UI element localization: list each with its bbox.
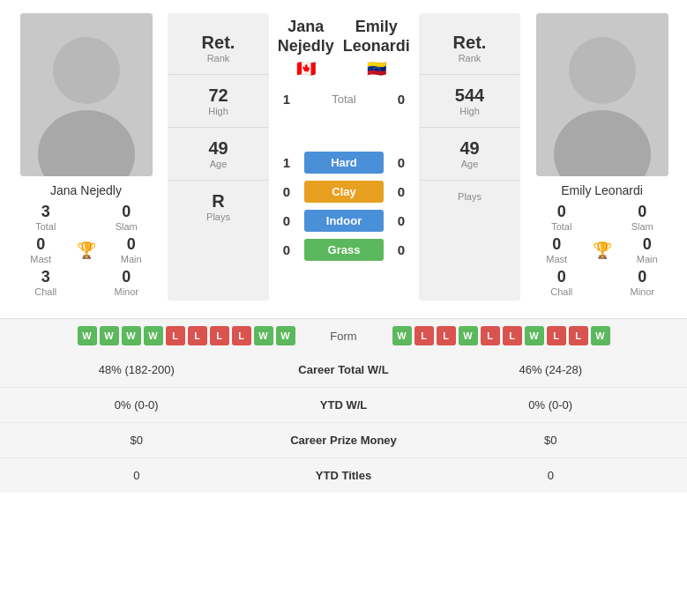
right-avatar bbox=[536, 13, 668, 176]
right-chall-minor-row: 0 Chall 0 Minor bbox=[525, 268, 679, 297]
left-trophy-icon: 🏆 bbox=[77, 241, 96, 260]
ytd-titles-row: 0 YTD Titles 0 bbox=[0, 457, 687, 493]
svg-point-2 bbox=[53, 37, 120, 104]
total-row: 1 Total 0 bbox=[273, 92, 414, 107]
left-form-badges: W W W W L L L L W W bbox=[9, 326, 295, 345]
left-form-1: W bbox=[78, 326, 97, 345]
left-form-7: L bbox=[210, 326, 229, 345]
svg-point-5 bbox=[569, 37, 636, 104]
center-section: Jana Nejedly 🇨🇦 Emily Leonardi 🇻🇪 1 Tota… bbox=[273, 13, 414, 301]
left-form-9: W bbox=[254, 326, 273, 345]
main-container: Jana Nejedly 3 Total 0 Slam 0 bbox=[0, 0, 687, 493]
left-rank-row: Ret. Rank bbox=[168, 22, 269, 75]
left-form-6: L bbox=[188, 326, 207, 345]
right-form-2: L bbox=[414, 326, 434, 345]
right-form-5: L bbox=[481, 326, 500, 345]
right-form-6: L bbox=[503, 326, 522, 345]
right-rank-row: Ret. Rank bbox=[419, 22, 520, 75]
right-form-4: W bbox=[459, 326, 478, 345]
right-form-badges: W L L W L L W L L W bbox=[392, 326, 679, 345]
left-stat-panel: Ret. Rank 72 High 49 Age R Plays bbox=[168, 13, 269, 301]
player-right: Emily Leonardi 0 Total 0 Slam 0 bbox=[525, 13, 679, 301]
right-form-1: W bbox=[392, 326, 412, 345]
right-player-name: Emily Leonardi bbox=[561, 183, 643, 197]
left-form-10: W bbox=[276, 326, 295, 345]
right-mast-main-row: 0 Mast 🏆 0 Main bbox=[525, 235, 679, 264]
player-left: Jana Nejedly 3 Total 0 Slam 0 bbox=[9, 13, 163, 301]
court-section: 1 Hard 0 0 Clay 0 0 Indoor 0 0 Grass bbox=[273, 111, 414, 301]
left-age-row: 49 Age bbox=[168, 128, 269, 181]
right-form-10: W bbox=[591, 326, 610, 345]
right-age-row: 49 Age bbox=[419, 128, 520, 181]
left-total-slam-row: 3 Total 0 Slam bbox=[9, 203, 163, 232]
right-trophy-icon: 🏆 bbox=[593, 241, 612, 260]
left-avatar bbox=[20, 13, 153, 176]
ytd-wl-row: 0% (0-0) YTD W/L 0% (0-0) bbox=[0, 387, 687, 422]
clay-row: 0 Clay 0 bbox=[278, 181, 410, 203]
left-form-3: W bbox=[122, 326, 141, 345]
left-player-name: Jana Nejedly bbox=[50, 183, 122, 197]
left-player-header: Jana Nejedly 🇨🇦 bbox=[273, 18, 339, 78]
form-label: Form bbox=[300, 330, 388, 343]
left-stat-interactable: 3 Total bbox=[9, 203, 83, 232]
left-form-5: L bbox=[166, 326, 185, 345]
comparison-section: Jana Nejedly 3 Total 0 Slam 0 bbox=[0, 0, 687, 314]
left-player-full-stats: 3 Total 0 Slam 0 Mast 🏆 bbox=[9, 203, 163, 301]
right-stat-panel: Ret. Rank 544 High 49 Age Plays bbox=[419, 13, 520, 301]
left-chall-minor-row: 3 Chall 0 Minor bbox=[9, 268, 163, 297]
prize-money-row: $0 Career Prize Money $0 bbox=[0, 422, 687, 457]
right-player-header: Emily Leonardi 🇻🇪 bbox=[339, 18, 414, 78]
left-high-row: 72 High bbox=[168, 75, 269, 128]
indoor-row: 0 Indoor 0 bbox=[278, 210, 410, 232]
right-form-3: L bbox=[437, 326, 456, 345]
left-form-2: W bbox=[100, 326, 119, 345]
left-plays-row: R Plays bbox=[168, 181, 269, 233]
left-form-4: W bbox=[144, 326, 163, 345]
stats-section: 48% (182-200) Career Total W/L 46% (24-2… bbox=[0, 353, 687, 493]
grass-row: 0 Grass 0 bbox=[278, 239, 410, 261]
left-form-8: L bbox=[232, 326, 251, 345]
hard-row: 1 Hard 0 bbox=[278, 152, 410, 174]
right-form-7: W bbox=[525, 326, 544, 345]
right-form-8: L bbox=[547, 326, 566, 345]
right-player-full-stats: 0 Total 0 Slam 0 Mast 🏆 bbox=[525, 203, 679, 301]
right-total-slam-row: 0 Total 0 Slam bbox=[525, 203, 679, 232]
career-wl-row: 48% (182-200) Career Total W/L 46% (24-2… bbox=[0, 353, 687, 387]
form-section: W W W W L L L L W W Form W L L W L L W L… bbox=[0, 318, 687, 353]
right-form-9: L bbox=[569, 326, 588, 345]
player-headers: Jana Nejedly 🇨🇦 Emily Leonardi 🇻🇪 bbox=[273, 13, 414, 83]
left-flag: 🇨🇦 bbox=[273, 59, 339, 78]
left-mast-main-row: 0 Mast 🏆 0 Main bbox=[9, 235, 163, 264]
right-plays-row: Plays bbox=[419, 181, 520, 212]
right-high-row: 544 High bbox=[419, 75, 520, 128]
right-flag: 🇻🇪 bbox=[339, 59, 414, 78]
